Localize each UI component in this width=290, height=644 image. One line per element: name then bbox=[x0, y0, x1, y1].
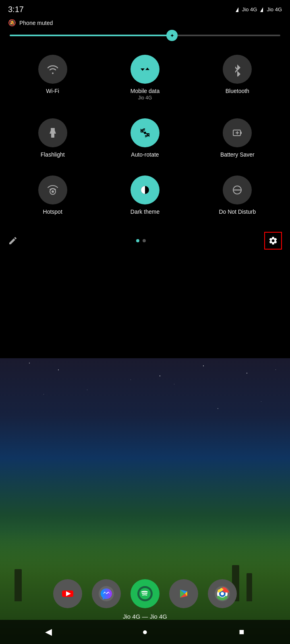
mute-icon: 🔕 bbox=[8, 19, 16, 27]
tile-dark-theme-circle bbox=[130, 175, 160, 204]
flashlight-icon bbox=[46, 126, 60, 140]
svg-rect-1 bbox=[51, 134, 54, 138]
tile-mobile-data[interactable]: Mobile data Jio 4G bbox=[99, 47, 191, 110]
bluetooth-icon bbox=[230, 62, 244, 76]
tile-bluetooth-circle bbox=[223, 55, 252, 84]
svg-point-17 bbox=[139, 588, 151, 599]
dock-area: Jio 4G — Jio 4G bbox=[0, 579, 290, 620]
svg-point-2 bbox=[144, 132, 146, 134]
messenger-icon bbox=[99, 586, 114, 601]
recents-button[interactable]: ■ bbox=[230, 624, 254, 640]
tile-flashlight-circle bbox=[38, 118, 67, 147]
tile-hotspot-circle bbox=[38, 175, 67, 204]
tile-auto-rotate[interactable]: Auto-rotate bbox=[99, 110, 191, 167]
tile-dark-theme-label: Dark theme bbox=[130, 208, 160, 215]
tile-bluetooth-label: Bluetooth bbox=[226, 88, 249, 94]
dock-apps bbox=[53, 579, 237, 608]
status-bar: 3:17 Jio 4G Jio 4G bbox=[0, 0, 290, 17]
dark-theme-icon bbox=[138, 183, 152, 197]
dock-app-spotify[interactable] bbox=[130, 579, 160, 608]
svg-point-7 bbox=[52, 190, 54, 193]
brightness-sun-icon: ✦ bbox=[170, 33, 174, 39]
hotspot-icon bbox=[46, 183, 60, 197]
home-icon: ● bbox=[142, 627, 147, 637]
battery-saver-icon bbox=[230, 126, 244, 140]
wifi-icon bbox=[46, 62, 60, 76]
status-time: 3:17 bbox=[8, 5, 24, 14]
phone-muted-text: Phone muted bbox=[19, 20, 53, 26]
qs-bottom-bar bbox=[0, 229, 290, 256]
tile-hotspot[interactable]: Hotspot bbox=[6, 167, 99, 225]
brightness-thumb[interactable]: ✦ bbox=[166, 30, 178, 41]
carrier-label: Jio 4G — Jio 4G bbox=[123, 613, 167, 620]
tile-auto-rotate-circle bbox=[130, 118, 160, 147]
tile-battery-saver-label: Battery Saver bbox=[220, 151, 255, 158]
home-button[interactable]: ● bbox=[133, 624, 157, 640]
tile-wifi-circle bbox=[38, 55, 67, 84]
dock-app-play[interactable] bbox=[169, 579, 198, 608]
tile-bluetooth[interactable]: Bluetooth bbox=[191, 47, 284, 110]
qs-panel: 3:17 Jio 4G Jio 4G 🔕 Phone muted ✦ bbox=[0, 0, 290, 256]
notification-bar: 🔕 Phone muted bbox=[0, 17, 290, 30]
signal-icon-1 bbox=[236, 7, 238, 12]
tile-dark-theme[interactable]: Dark theme bbox=[99, 167, 191, 225]
dock-app-youtube[interactable] bbox=[53, 579, 82, 608]
edit-icon bbox=[8, 236, 18, 246]
tile-dnd[interactable]: Do Not Disturb bbox=[191, 167, 284, 225]
dot-2 bbox=[143, 239, 146, 242]
tile-wifi-label: Wi-Fi bbox=[46, 88, 59, 94]
tile-battery-saver-circle bbox=[223, 118, 252, 147]
back-button[interactable]: ◀ bbox=[36, 624, 60, 640]
nav-bar: ◀ ● ■ bbox=[0, 620, 290, 644]
svg-rect-4 bbox=[240, 132, 242, 134]
page-dots bbox=[136, 239, 146, 242]
tile-dnd-circle bbox=[223, 175, 252, 204]
svg-point-27 bbox=[221, 592, 224, 595]
svg-rect-0 bbox=[51, 128, 55, 130]
tile-flashlight-label: Flashlight bbox=[41, 151, 65, 158]
status-right: Jio 4G Jio 4G bbox=[236, 6, 282, 12]
tile-auto-rotate-label: Auto-rotate bbox=[131, 151, 159, 158]
youtube-icon bbox=[60, 586, 75, 601]
carrier-2: Jio 4G bbox=[267, 6, 282, 12]
brightness-track: ✦ bbox=[10, 35, 280, 36]
dock-app-chrome[interactable] bbox=[208, 579, 237, 608]
dot-1 bbox=[136, 239, 139, 242]
tile-mobile-data-circle bbox=[130, 55, 160, 84]
brightness-slider[interactable]: ✦ bbox=[10, 35, 280, 36]
settings-button[interactable] bbox=[264, 232, 282, 250]
dnd-icon bbox=[230, 183, 244, 197]
back-icon: ◀ bbox=[45, 627, 52, 637]
chrome-icon bbox=[215, 586, 230, 601]
recents-icon: ■ bbox=[239, 627, 244, 637]
tile-mobile-data-sublabel: Jio 4G bbox=[138, 95, 152, 101]
tile-dnd-label: Do Not Disturb bbox=[219, 208, 256, 215]
spotify-icon bbox=[137, 586, 153, 601]
brightness-fill bbox=[10, 35, 172, 36]
mobile-data-icon bbox=[138, 62, 152, 76]
tile-mobile-data-label: Mobile data bbox=[130, 88, 160, 94]
tile-flashlight[interactable]: Flashlight bbox=[6, 110, 99, 167]
wallpaper-stars bbox=[0, 358, 290, 501]
edit-button[interactable] bbox=[8, 236, 18, 246]
play-store-icon bbox=[176, 586, 191, 601]
tile-battery-saver[interactable]: Battery Saver bbox=[191, 110, 284, 167]
tile-wifi[interactable]: Wi-Fi bbox=[6, 47, 99, 110]
tiles-grid: Wi-Fi Mobile data Jio 4G Bluetooth bbox=[0, 43, 290, 229]
tile-hotspot-label: Hotspot bbox=[43, 208, 62, 215]
brightness-row[interactable]: ✦ bbox=[0, 30, 290, 43]
settings-icon bbox=[268, 236, 278, 246]
carrier-1: Jio 4G bbox=[242, 6, 257, 12]
signal-icon-2 bbox=[260, 7, 263, 12]
auto-rotate-icon bbox=[138, 126, 152, 140]
dock-app-messenger[interactable] bbox=[92, 579, 121, 608]
